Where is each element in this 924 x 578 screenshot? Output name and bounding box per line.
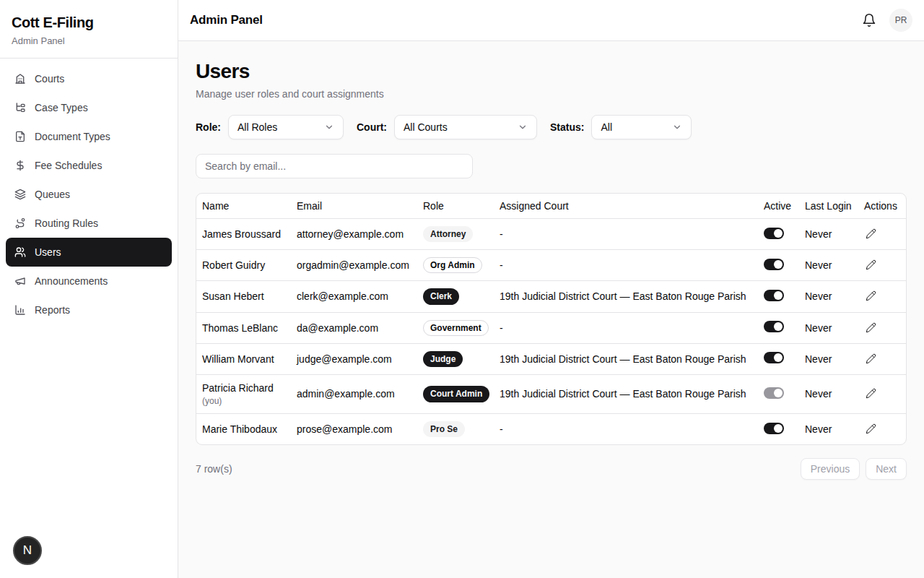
active-toggle[interactable] [764,423,784,434]
pencil-icon [866,388,876,399]
next-page-button[interactable]: Next [866,458,907,480]
brand-title: Cott E-Filing [12,14,166,31]
chevron-down-icon [672,122,682,132]
table-row: Susan Hebert clerk@example.com Clerk 19t… [196,281,906,312]
status-filter-label: Status: [550,121,584,133]
sidebar-item-reports[interactable]: Reports [6,296,172,324]
users-page: Users Manage user roles and court assign… [178,41,924,499]
tree-icon [14,102,26,113]
role-filter-label: Role: [196,121,221,133]
active-toggle[interactable] [764,321,784,332]
user-email: attorney@example.com [291,219,417,250]
active-toggle[interactable] [764,228,784,239]
page-subtitle: Manage user roles and court assignments [196,88,907,100]
court-filter-value: All Courts [404,121,448,133]
role-badge: Org Admin [423,257,482,273]
chevron-down-icon [324,122,334,132]
active-toggle[interactable] [764,259,784,270]
sidebar-item-queues[interactable]: Queues [6,180,172,209]
role-badge: Judge [423,351,463,367]
user-email: admin@example.com [291,374,417,413]
pencil-icon [866,228,876,239]
sidebar-item-document-types[interactable]: Document Types [6,122,172,151]
court-filter-select[interactable]: All Courts [394,115,537,139]
user-name: James Broussard [202,228,285,240]
row-count: 7 row(s) [196,463,232,475]
role-badge: Government [423,320,489,336]
main-area: Admin Panel PR Users Manage user roles a… [178,0,924,578]
user-name: Susan Hebert [202,290,285,302]
table-row: Robert Guidry orgadmin@example.com Org A… [196,250,906,281]
table-header-row: Name Email Role Assigned Court Active La… [196,194,906,219]
brand-subtitle: Admin Panel [12,35,166,46]
route-icon [14,217,26,229]
active-toggle[interactable] [764,352,784,363]
users-table: Name Email Role Assigned Court Active La… [196,194,906,444]
user-note: (you) [202,396,285,406]
column-header-actions: Actions [858,194,906,219]
sidebar-item-label: Document Types [35,131,110,142]
sidebar-item-users[interactable]: Users [6,238,172,267]
filters-row: Role: All Roles Court: All Courts [196,115,907,139]
sidebar-item-label: Announcements [35,275,108,287]
notifications-bell-icon[interactable] [862,13,876,27]
dev-tools-button[interactable]: N [13,536,42,565]
sidebar-item-courts[interactable]: Courts [6,64,172,93]
column-header-name: Name [196,194,291,219]
sidebar-item-fee-schedules[interactable]: Fee Schedules [6,151,172,180]
assigned-court: - [494,219,758,250]
column-header-role: Role [417,194,494,219]
role-badge: Pro Se [423,421,465,437]
active-toggle[interactable] [764,387,784,399]
edit-user-button[interactable] [864,387,878,400]
table-row: James Broussard attorney@example.com Att… [196,219,906,250]
sidebar-header: Cott E-Filing Admin Panel [0,0,178,59]
user-name: Patricia Richard [202,382,285,394]
table-footer: 7 row(s) Previous Next [196,458,907,480]
previous-page-button[interactable]: Previous [801,458,860,480]
status-filter-select[interactable]: All [591,115,692,139]
document-icon [14,131,26,142]
edit-user-button[interactable] [864,258,878,272]
sidebar-item-label: Queues [35,189,70,200]
column-header-last-login: Last Login [799,194,858,219]
role-badge: Court Admin [423,386,489,402]
sidebar-nav: Courts Case Types Document Types Fee Sch… [0,59,178,330]
assigned-court: 19th Judicial District Court — East Bato… [494,374,758,413]
pencil-icon [866,353,876,364]
sidebar-item-label: Case Types [35,102,88,113]
sidebar-item-label: Fee Schedules [35,160,102,171]
column-header-assigned-court: Assigned Court [494,194,758,219]
table-row: Marie Thibodaux prose@example.com Pro Se… [196,413,906,444]
edit-user-button[interactable] [864,352,878,366]
user-avatar[interactable]: PR [889,9,912,32]
sidebar-item-announcements[interactable]: Announcements [6,267,172,296]
role-filter-value: All Roles [237,121,277,133]
user-name: Robert Guidry [202,259,285,271]
active-toggle[interactable] [764,290,784,301]
sidebar-item-routing-rules[interactable]: Routing Rules [6,209,172,238]
edit-user-button[interactable] [864,289,878,303]
role-filter-select[interactable]: All Roles [228,115,344,139]
role-badge: Clerk [423,288,459,304]
assigned-court: 19th Judicial District Court — East Bato… [494,281,758,312]
users-table-card: Name Email Role Assigned Court Active La… [196,193,907,445]
edit-user-button[interactable] [864,227,878,241]
edit-user-button[interactable] [864,422,878,436]
assigned-court: - [494,250,758,281]
courthouse-icon [14,73,26,85]
sidebar-item-case-types[interactable]: Case Types [6,93,172,122]
court-filter-label: Court: [357,121,387,133]
assigned-court: - [494,312,758,343]
user-name: Thomas LeBlanc [202,322,285,334]
users-table-body: James Broussard attorney@example.com Att… [196,219,906,445]
edit-user-button[interactable] [864,321,878,335]
assigned-court: 19th Judicial District Court — East Bato… [494,343,758,374]
topbar-title: Admin Panel [190,13,263,27]
user-email: prose@example.com [291,413,417,444]
email-search-input[interactable] [196,154,473,178]
page-title: Users [196,60,907,83]
sidebar-item-label: Reports [35,304,70,316]
last-login: Never [799,312,858,343]
dollar-icon [14,160,26,171]
